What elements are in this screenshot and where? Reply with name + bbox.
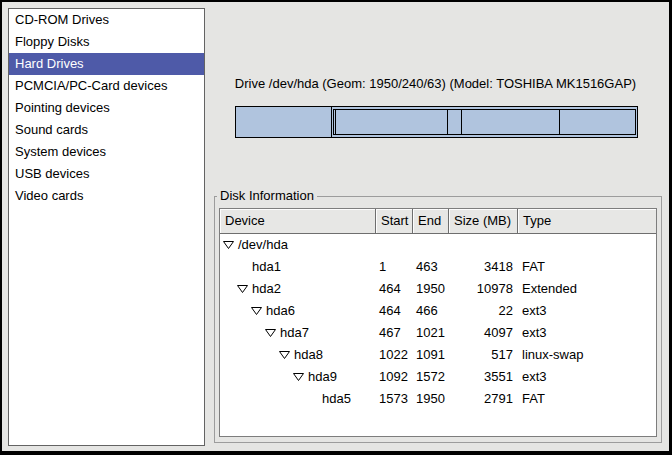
type-cell: linux-swap: [518, 344, 656, 366]
device-cell: hda7: [220, 322, 376, 344]
sidebar-item-cd-rom-drives[interactable]: CD-ROM Drives: [9, 9, 204, 31]
primary-partition-divider: [331, 107, 332, 137]
logical-partition-divider-hda9: [559, 110, 560, 134]
column-header-size-mb[interactable]: Size (MB): [449, 209, 518, 234]
start-cell: 464: [376, 300, 413, 322]
end-cell: 1950: [413, 278, 449, 300]
type-cell: ext3: [518, 322, 656, 344]
logical-partition-divider-hda8: [461, 110, 462, 134]
tree-indent: [223, 289, 237, 290]
type-cell: ext3: [518, 300, 656, 322]
tree-indent: [223, 311, 251, 312]
tree-indent: [223, 399, 307, 400]
table-body: /dev/hdahda114633418FAThda2464195010978E…: [220, 234, 656, 410]
device-label: hda7: [280, 322, 309, 344]
tree-indent: [223, 377, 293, 378]
device-cell: hda1: [220, 256, 376, 278]
device-label: hda5: [322, 388, 351, 410]
sidebar-item-pointing-devices[interactable]: Pointing devices: [9, 97, 204, 119]
device-label: hda1: [252, 256, 281, 278]
tree-indent: [223, 355, 279, 356]
table-header-row: DeviceStartEndSize (MB)Type: [220, 209, 656, 234]
logical-partition-divider-hda7: [447, 110, 448, 134]
device-cell: /dev/hda: [220, 234, 376, 256]
size-cell: 517: [449, 344, 518, 366]
start-cell: 464: [376, 278, 413, 300]
sidebar-item-floppy-disks[interactable]: Floppy Disks: [9, 31, 204, 53]
sidebar-item-usb-devices[interactable]: USB devices: [9, 163, 204, 185]
device-label: hda2: [252, 278, 281, 300]
device-cell: hda8: [220, 344, 376, 366]
column-header-start[interactable]: Start: [376, 209, 413, 234]
size-cell: 4097: [449, 322, 518, 344]
start-cell: 1: [376, 256, 413, 278]
device-cell: hda9: [220, 366, 376, 388]
sidebar-item-system-devices[interactable]: System devices: [9, 141, 204, 163]
expander-icon[interactable]: [223, 241, 238, 249]
hardware-browser-window: CD-ROM DrivesFloppy DisksHard DrivesPCMC…: [0, 0, 672, 455]
type-cell: ext3: [518, 366, 656, 388]
sidebar-item-video-cards[interactable]: Video cards: [9, 185, 204, 207]
table-row-hda9[interactable]: hda9109215723551ext3: [220, 366, 656, 388]
tree-indent: [223, 267, 237, 268]
table-row-hda5[interactable]: hda5157319502791FAT: [220, 388, 656, 410]
start-cell: 467: [376, 322, 413, 344]
size-cell: 3418: [449, 256, 518, 278]
expander-icon[interactable]: [279, 351, 294, 359]
table-row-dev-hda[interactable]: /dev/hda: [220, 234, 656, 256]
end-cell: 1091: [413, 344, 449, 366]
device-category-list[interactable]: CD-ROM DrivesFloppy DisksHard DrivesPCMC…: [8, 8, 205, 446]
size-cell: 10978: [449, 278, 518, 300]
column-header-device[interactable]: Device: [220, 209, 376, 234]
table-row-hda6[interactable]: hda646446622ext3: [220, 300, 656, 322]
device-cell: hda5: [220, 388, 376, 410]
type-cell: FAT: [518, 388, 656, 410]
end-cell: 463: [413, 256, 449, 278]
size-cell: 3551: [449, 366, 518, 388]
end-cell: [413, 234, 449, 256]
end-cell: 1950: [413, 388, 449, 410]
size-cell: [449, 234, 518, 256]
device-cell: hda2: [220, 278, 376, 300]
device-cell: hda6: [220, 300, 376, 322]
table-row-hda2[interactable]: hda2464195010978Extended: [220, 278, 656, 300]
start-cell: 1573: [376, 388, 413, 410]
table-row-hda8[interactable]: hda810221091517linux-swap: [220, 344, 656, 366]
disk-information-frame: Disk Information DeviceStartEndSize (MB)…: [214, 196, 662, 443]
sidebar-item-sound-cards[interactable]: Sound cards: [9, 119, 204, 141]
table-row-hda1[interactable]: hda114633418FAT: [220, 256, 656, 278]
tree-indent: [223, 333, 265, 334]
extended-partition-segment: [333, 109, 636, 135]
type-cell: [518, 234, 656, 256]
drive-title: Drive /dev/hda (Geom: 1950/240/63) (Mode…: [205, 76, 666, 91]
size-cell: 22: [449, 300, 518, 322]
sidebar-item-hard-drives[interactable]: Hard Drives: [9, 53, 204, 75]
type-cell: Extended: [518, 278, 656, 300]
end-cell: 466: [413, 300, 449, 322]
disk-information-frame-label: Disk Information: [217, 188, 317, 204]
expander-icon[interactable]: [237, 285, 252, 293]
start-cell: 1022: [376, 344, 413, 366]
column-header-end[interactable]: End: [413, 209, 449, 234]
device-label: hda9: [308, 366, 337, 388]
expander-icon[interactable]: [293, 373, 308, 381]
type-cell: FAT: [518, 256, 656, 278]
sidebar-item-pcmcia-pc-card-devices[interactable]: PCMCIA/PC-Card devices: [9, 75, 204, 97]
logical-partition-divider-hda6: [335, 110, 336, 134]
disk-information-table: DeviceStartEndSize (MB)Type /dev/hdahda1…: [219, 208, 657, 437]
partition-bar: [235, 106, 638, 138]
end-cell: 1021: [413, 322, 449, 344]
start-cell: [376, 234, 413, 256]
start-cell: 1092: [376, 366, 413, 388]
device-label: /dev/hda: [238, 234, 288, 256]
column-header-type[interactable]: Type: [518, 209, 656, 234]
expander-icon[interactable]: [265, 329, 280, 337]
table-row-hda7[interactable]: hda746710214097ext3: [220, 322, 656, 344]
device-label: hda8: [294, 344, 323, 366]
size-cell: 2791: [449, 388, 518, 410]
device-label: hda6: [266, 300, 295, 322]
expander-icon[interactable]: [251, 307, 266, 315]
end-cell: 1572: [413, 366, 449, 388]
